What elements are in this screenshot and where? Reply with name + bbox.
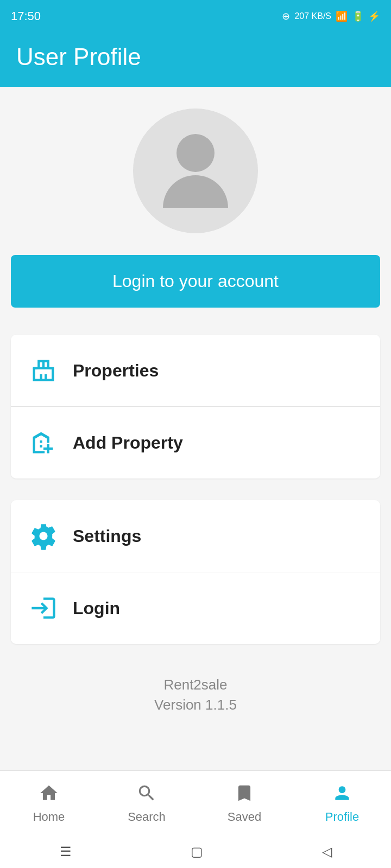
search-icon	[136, 783, 157, 807]
app-name: Rent2sale	[22, 676, 369, 693]
nav-item-profile[interactable]: Profile	[293, 771, 391, 835]
main-content: Login to your account Properties Add	[0, 87, 391, 746]
app-version: Version 1.1.5	[22, 697, 369, 713]
svg-rect-1	[49, 368, 54, 369]
avatar-body	[163, 175, 228, 208]
system-back-icon[interactable]: ◁	[322, 844, 332, 859]
menu-item-login[interactable]: Login	[11, 572, 380, 644]
network-speed: 207 KB/S	[294, 11, 331, 21]
svg-rect-0	[33, 368, 38, 369]
nav-saved-label: Saved	[228, 810, 261, 824]
add-building-icon	[27, 426, 60, 459]
bluetooth-icon: ⊕	[282, 10, 290, 22]
nav-profile-label: Profile	[325, 810, 359, 824]
nav-search-label: Search	[128, 810, 166, 824]
nav-item-home[interactable]: Home	[0, 771, 98, 835]
system-square-icon[interactable]: ▢	[191, 844, 203, 859]
system-menu-icon[interactable]: ☰	[60, 844, 72, 859]
page-title: User Profile	[16, 43, 375, 71]
status-time: 17:50	[11, 9, 41, 23]
system-nav-bar: ☰ ▢ ◁	[0, 835, 391, 868]
menu-card-properties: Properties Add Property	[11, 335, 380, 478]
login-button[interactable]: Login to your account	[11, 255, 380, 308]
bookmark-icon	[234, 783, 255, 807]
menu-item-settings[interactable]: Settings	[11, 500, 380, 572]
properties-label: Properties	[73, 361, 159, 381]
settings-icon	[27, 520, 60, 552]
avatar	[133, 108, 258, 233]
battery-icon: 🔋	[352, 10, 364, 22]
person-icon	[332, 783, 352, 807]
nav-item-saved[interactable]: Saved	[195, 771, 293, 835]
charge-icon: ⚡	[368, 10, 380, 22]
add-property-label: Add Property	[73, 433, 183, 453]
login-icon	[27, 592, 60, 624]
login-label: Login	[73, 598, 120, 618]
settings-label: Settings	[73, 526, 141, 546]
header: User Profile	[0, 33, 391, 87]
home-icon	[39, 783, 59, 807]
status-bar: 17:50 ⊕ 207 KB/S 📶 🔋 ⚡	[0, 0, 391, 33]
wifi-icon: 📶	[336, 10, 348, 22]
menu-item-add-property[interactable]: Add Property	[11, 406, 380, 478]
avatar-placeholder-icon	[163, 134, 228, 208]
building-icon	[27, 354, 60, 387]
avatar-container	[11, 108, 380, 233]
app-info: Rent2sale Version 1.1.5	[11, 666, 380, 724]
menu-item-properties[interactable]: Properties	[11, 335, 380, 406]
menu-card-settings: Settings Login	[11, 500, 380, 644]
nav-item-search[interactable]: Search	[98, 771, 195, 835]
status-icons: ⊕ 207 KB/S 📶 🔋 ⚡	[282, 10, 380, 22]
avatar-head	[176, 134, 215, 172]
nav-home-label: Home	[33, 810, 65, 824]
bottom-nav: Home Search Saved Profile	[0, 770, 391, 835]
